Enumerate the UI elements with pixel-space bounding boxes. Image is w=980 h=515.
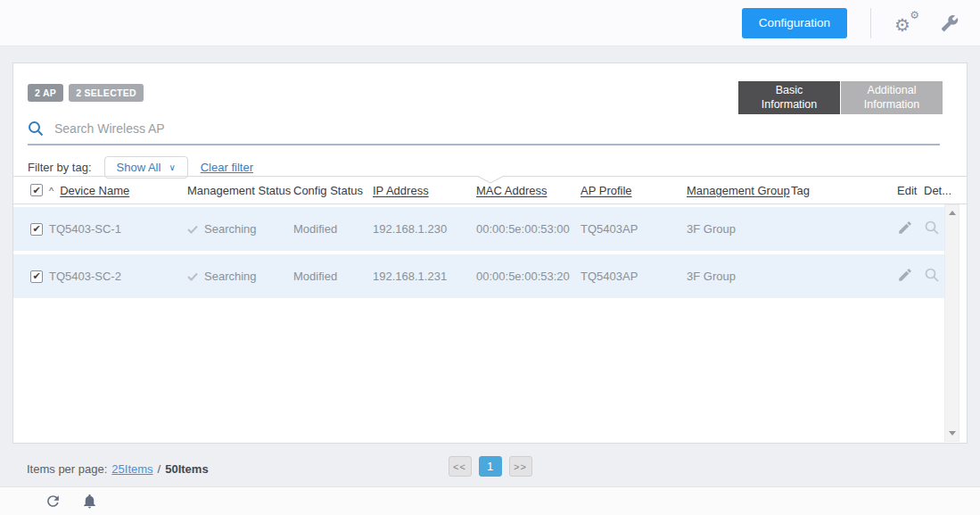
header-mac-address[interactable]: MAC Address: [476, 184, 547, 197]
footer-bar: [0, 486, 980, 515]
ap-count-badge: 2 AP: [28, 84, 63, 102]
current-page-button[interactable]: 1: [479, 456, 502, 477]
header-edit: Edit: [897, 184, 924, 197]
header-management-status: Management Status: [187, 184, 293, 197]
management-status-text: Searching: [204, 270, 257, 283]
search-placeholder: Search Wireless AP: [54, 121, 165, 136]
items-per-page-25-link[interactable]: 25Items: [111, 462, 152, 476]
table-body: ✔ TQ5403-SC-1 Searching Modified 192.168…: [13, 204, 967, 443]
header-ip-address[interactable]: IP Address: [373, 184, 429, 197]
select-all-checkbox[interactable]: ✔: [30, 184, 43, 196]
tab-additional-information[interactable]: Additional Information: [841, 81, 943, 114]
vertical-scrollbar[interactable]: [944, 204, 959, 442]
pager-buttons: << 1 >>: [449, 456, 532, 477]
chevron-down-icon: ∨: [169, 162, 175, 172]
management-status-text: Searching: [204, 222, 257, 236]
header-checkbox-cell: ✔: [13, 184, 49, 196]
clear-filter-link[interactable]: Clear filter: [201, 161, 253, 174]
management-status-cell: Searching: [187, 222, 293, 236]
next-page-button[interactable]: >>: [509, 456, 532, 477]
ap-profile-cell: TQ5403AP: [581, 222, 687, 236]
items-per-page-label: Items per page:: [27, 462, 107, 476]
pagination-area: Items per page: 25Items / 50Items << 1 >…: [12, 444, 968, 486]
management-status-cell: Searching: [187, 270, 293, 283]
tab-basic-information-label: Basic Information: [751, 84, 828, 112]
config-status-cell: Modified: [293, 270, 373, 283]
management-group-cell: 3F Group: [687, 270, 791, 283]
edit-pencil-icon[interactable]: [897, 267, 913, 283]
wrench-icon[interactable]: [941, 14, 959, 32]
device-name-cell: TQ5403-SC-1: [49, 222, 187, 236]
filter-by-tag-label: Filter by tag:: [28, 161, 92, 174]
edit-pencil-icon[interactable]: [897, 220, 913, 236]
items-per-page: Items per page: 25Items / 50Items: [27, 462, 209, 476]
search-wireless-ap-field[interactable]: Search Wireless AP: [28, 113, 940, 145]
device-name-cell: TQ5403-SC-2: [49, 270, 187, 283]
items-separator: /: [158, 462, 161, 476]
row-checkbox[interactable]: ✔: [30, 270, 43, 283]
mac-address-cell: 00:00:5e:00:53:00: [476, 222, 581, 236]
status-check-icon: [187, 225, 198, 234]
prev-page-button[interactable]: <<: [449, 456, 472, 477]
gear-icon: ⚙: [894, 13, 910, 37]
total-items-label: 50Items: [165, 462, 208, 476]
selected-count-badge: 2 SELECTED: [69, 84, 144, 102]
settings-gears-icon[interactable]: ⚙ ⚙: [894, 12, 918, 35]
scrollbar-up-icon[interactable]: [949, 211, 956, 215]
search-icon: [28, 120, 44, 137]
refresh-icon[interactable]: [45, 493, 62, 510]
header-management-group[interactable]: Management Group: [687, 184, 790, 197]
details-magnifier-icon[interactable]: [924, 220, 940, 236]
header-config-status: Config Status: [293, 184, 373, 197]
header-device-name: ^Device Name: [49, 184, 187, 197]
top-bar: Configuration ⚙ ⚙: [0, 0, 980, 46]
header-details: Det...: [924, 184, 951, 197]
count-badges: 2 AP 2 SELECTED: [28, 84, 144, 102]
ip-address-cell: 192.168.1.230: [373, 222, 476, 236]
tab-additional-information-label: Additional Information: [853, 84, 930, 112]
ip-address-cell: 192.168.1.231: [373, 270, 476, 283]
scrollbar-down-icon[interactable]: [949, 431, 956, 436]
row-checkbox[interactable]: ✔: [30, 223, 43, 236]
bell-icon[interactable]: [81, 493, 98, 510]
header-device-name-label[interactable]: Device Name: [60, 184, 129, 197]
table-row[interactable]: ✔ TQ5403-SC-1 Searching Modified 192.168…: [13, 207, 944, 251]
details-magnifier-icon[interactable]: [924, 267, 940, 283]
management-group-cell: 3F Group: [687, 222, 791, 236]
wireless-ap-panel: 2 AP 2 SELECTED Basic Information Additi…: [12, 62, 968, 444]
tag-filter-dropdown-value: Show All: [117, 161, 161, 174]
tab-basic-information[interactable]: Basic Information: [738, 81, 840, 114]
configuration-button[interactable]: Configuration: [742, 8, 847, 38]
sort-asc-icon: ^: [49, 186, 54, 196]
mac-address-cell: 00:00:5e:00:53:20: [476, 270, 581, 283]
header-tag: Tag: [791, 184, 897, 197]
status-check-icon: [187, 272, 198, 281]
config-status-cell: Modified: [293, 222, 373, 236]
topbar-divider: [870, 8, 871, 38]
table-header-row: ✔ ^Device Name Management Status Config …: [13, 177, 944, 204]
table-row[interactable]: ✔ TQ5403-SC-2 Searching Modified 192.168…: [13, 254, 944, 298]
header-ap-profile[interactable]: AP Profile: [581, 184, 632, 197]
gear-small-icon: ⚙: [910, 9, 919, 21]
info-tabs: Basic Information Additional Information: [738, 81, 943, 114]
ap-profile-cell: TQ5403AP: [581, 270, 687, 283]
